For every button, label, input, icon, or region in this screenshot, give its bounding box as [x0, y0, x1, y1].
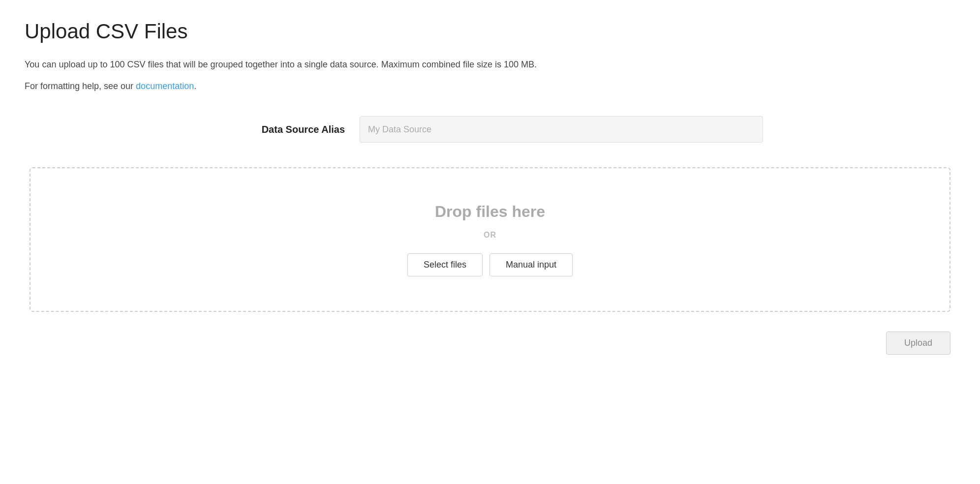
- data-source-alias-label: Data Source Alias: [217, 124, 345, 135]
- select-files-button[interactable]: Select files: [407, 253, 483, 276]
- drop-files-text: Drop files here: [435, 203, 545, 221]
- formatting-help-suffix: .: [194, 81, 196, 91]
- formatting-help-text: For formatting help, see our documentati…: [25, 81, 955, 91]
- formatting-help-prefix: For formatting help, see our: [25, 81, 136, 91]
- data-source-alias-row: Data Source Alias: [25, 116, 955, 143]
- manual-input-button[interactable]: Manual input: [490, 253, 573, 276]
- data-source-alias-input[interactable]: [360, 116, 763, 143]
- documentation-link[interactable]: documentation: [136, 81, 194, 91]
- description-text: You can upload up to 100 CSV files that …: [25, 58, 955, 71]
- upload-button[interactable]: Upload: [886, 332, 950, 355]
- footer-row: Upload: [25, 332, 955, 355]
- dropzone-button-group: Select files Manual input: [407, 253, 573, 276]
- page-title: Upload CSV Files: [25, 20, 955, 43]
- or-text: OR: [484, 231, 496, 240]
- drop-zone[interactable]: Drop files here OR Select files Manual i…: [30, 167, 950, 312]
